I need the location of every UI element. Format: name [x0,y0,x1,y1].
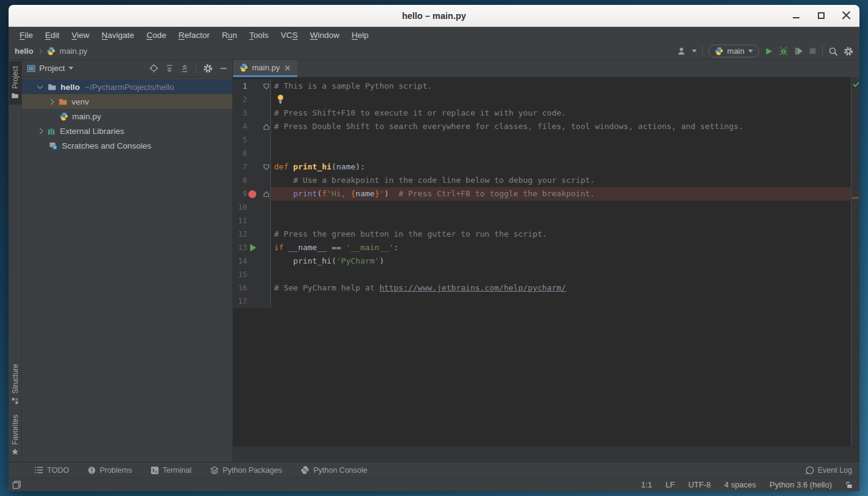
toolwindow-button-terminal[interactable]: Terminal [150,466,191,475]
editor-gutter[interactable]: 6 [233,147,271,160]
code-text[interactable]: # Press the green button in the gutter t… [271,228,851,241]
editor-gutter[interactable]: 9 [233,187,271,201]
coverage-icon[interactable] [794,46,803,56]
locate-icon[interactable] [149,64,158,73]
toolwindow-button-problems[interactable]: Problems [87,466,132,475]
tree-item-venv[interactable]: venv [22,94,232,109]
run-icon[interactable] [765,47,773,56]
code-text[interactable]: # This is a sample Python script. [271,80,851,93]
editor-gutter[interactable]: 11 [233,214,271,228]
editor-gutter[interactable]: 17 [233,295,271,308]
editor-gutter[interactable]: 1 [233,80,271,93]
menu-navigate[interactable]: Navigate [95,29,140,42]
debug-icon[interactable] [779,46,788,56]
search-icon[interactable] [828,46,838,56]
chevron-down-icon[interactable] [69,67,73,70]
hide-icon[interactable] [220,64,228,72]
code-text[interactable]: # Press Double Shift to search everywher… [271,120,851,133]
toolwindow-button-todo[interactable]: TODO [34,466,69,475]
stop-icon[interactable] [809,47,817,55]
tab-main-py[interactable]: main.py [233,60,297,77]
editor-gutter[interactable]: 12 [233,228,271,241]
editor-gutter[interactable]: 2 [233,93,271,106]
menu-run[interactable]: Run [216,29,243,42]
chevron-down-icon[interactable] [37,83,43,89]
status-python-interpreter[interactable]: Python 3.6 (hello) [770,480,832,489]
code-text[interactable] [271,295,851,308]
menu-view[interactable]: View [65,29,95,42]
code-text[interactable]: # See PyCharm help at https://www.jetbra… [271,281,851,295]
stripe-button-favorites[interactable]: Favorites [9,410,21,461]
tree-item-scratches-and-consoles[interactable]: Scratches and Consoles [22,138,232,153]
minimize-icon[interactable] [792,11,801,20]
code-text[interactable] [271,133,851,147]
breakpoint-icon[interactable] [248,190,256,198]
run-gutter-icon[interactable] [250,244,256,251]
code-text[interactable]: print(f'Hi, {name}') # Press Ctrl+F8 to … [271,187,851,201]
status-file-encoding[interactable]: UTF-8 [688,480,711,489]
tree-item-hello[interactable]: hello~/PycharmProjects/hello [22,80,232,94]
status-indent-style[interactable]: 4 spaces [724,480,756,489]
code-text[interactable] [271,201,851,214]
collapse-all-icon[interactable] [180,64,189,73]
menu-help[interactable]: Help [346,29,375,42]
code-text[interactable]: # Use a breakpoint in the code line belo… [271,174,851,187]
editor-gutter[interactable]: 13 [233,241,271,254]
fold-down-icon[interactable] [263,164,270,171]
editor-gutter[interactable]: 4 [233,120,271,133]
gear-icon[interactable] [844,46,853,56]
code-text[interactable]: # Press Shift+F10 to execute it or repla… [271,106,851,120]
code-text[interactable] [271,147,851,160]
code-text[interactable] [271,214,851,228]
code-text[interactable]: def print_hi(name): [271,160,851,174]
editor-gutter[interactable]: 10 [233,201,271,214]
editor-gutter[interactable]: 8 [233,174,271,187]
code-text[interactable]: if __name__ == '__main__': [271,241,851,254]
status-line-separator[interactable]: LF [666,480,675,489]
editor-gutter[interactable]: 14 [233,254,271,268]
run-configuration-select[interactable]: main [708,45,759,57]
maximize-icon[interactable] [817,11,826,20]
menu-code[interactable]: Code [140,29,172,42]
chevron-right-icon[interactable] [48,98,54,105]
expand-all-icon[interactable] [165,64,174,73]
close-tab-icon[interactable] [284,63,291,73]
editor-gutter[interactable]: 3 [233,106,271,120]
title-bar[interactable]: hello – main.py [9,5,859,27]
menu-window[interactable]: Window [304,29,346,42]
stripe-button-structure[interactable]: Structure [9,359,21,410]
fold-up-icon[interactable] [263,124,270,130]
breadcrumb-file[interactable]: main.py [59,46,87,56]
fold-up-icon[interactable] [263,191,270,198]
bulb-icon[interactable] [276,94,284,104]
code-editor[interactable]: 1# This is a sample Python script.23# Pr… [233,77,859,446]
tree-item-external-libraries[interactable]: External Libraries [22,124,232,138]
toolwindow-button-python-console[interactable]: Python Console [300,465,367,475]
error-stripe-scrollbar[interactable] [851,77,859,446]
editor-gutter[interactable]: 5 [233,133,271,147]
menu-tools[interactable]: Tools [243,29,275,42]
menu-vcs[interactable]: VCS [275,29,304,42]
project-panel-title[interactable]: Project [39,64,65,73]
code-text[interactable] [271,93,851,106]
code-text[interactable] [271,268,851,281]
status-caret-position[interactable]: 1:1 [641,480,652,489]
code-text[interactable]: print_hi('PyCharm') [271,254,851,268]
chevron-right-icon[interactable] [37,128,43,134]
toolwindow-button-python-packages[interactable]: Python Packages [210,466,282,475]
gear-icon[interactable] [203,64,213,73]
toolwindow-button-event-log[interactable]: Event Log [806,466,852,475]
toolwindow-switcher-icon[interactable] [12,480,21,489]
user-icon[interactable] [677,46,686,56]
stripe-button-project[interactable]: Project [9,61,21,105]
fold-down-icon[interactable] [263,83,270,90]
editor-gutter[interactable]: 16 [233,281,271,295]
editor-gutter[interactable]: 15 [233,268,271,281]
menu-refactor[interactable]: Refactor [172,29,216,42]
close-icon[interactable] [842,11,851,20]
menu-edit[interactable]: Edit [39,29,65,42]
tree-item-main-py[interactable]: main.py [22,109,232,124]
editor-gutter[interactable]: 7 [233,160,271,174]
breadcrumb-project[interactable]: hello [15,46,33,56]
menu-file[interactable]: File [13,29,39,42]
